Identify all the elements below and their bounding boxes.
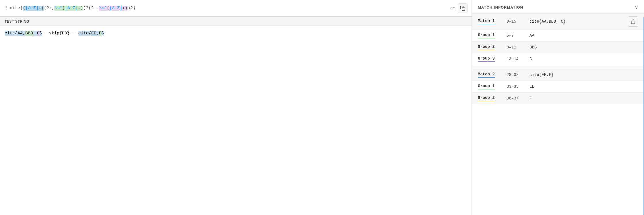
match1-value: cite{AA,BBB, C} [529,19,628,24]
group1a-label: Group 1 [478,33,507,38]
regex-group1: ([A-Z]+) [23,6,44,11]
dots2: ◦◦◦ [70,32,78,35]
match1-highlight: cite{AA,BBB, C} [5,31,42,36]
group2b-value: F [529,96,638,101]
group1b-highlight: EE [91,31,96,36]
table-row: Group 1 33–35 EE [472,81,644,93]
dots1: ◦◦ [42,32,49,35]
regex-bar: ⠿ cite{([A-Z]+)(?:,\s*([A-Z]+))?(?:,\s*(… [0,0,472,17]
svg-rect-0 [462,7,465,10]
collapse-icon[interactable]: ∨ [635,4,638,10]
match2-highlight: cite{EE,F} [78,31,104,36]
group2a-label: Group 2 [478,44,507,50]
group3a-highlight: C [37,31,40,36]
table-row: Group 2 36–37 F [472,93,644,104]
regex-plain-end: )?} [128,6,135,11]
separator [472,65,644,69]
regex-plain-cite: cite{ [10,6,23,11]
match-info-header: MATCH INFORMATION ∨ [472,0,644,13]
table-row: Group 2 8–11 BBB [472,42,644,53]
match1-label: Match 1 [478,19,507,24]
group1a-highlight: AA [18,31,23,36]
match2-label: Match 2 [478,72,507,78]
right-panel: MATCH INFORMATION ∨ Match 1 0–15 cite{AA… [472,0,644,215]
left-panel: ⠿ cite{([A-Z]+)(?:,\s*([A-Z]+))?(?:,\s*(… [0,0,472,215]
regex-plain-nc1: (?:, [44,6,54,11]
regex-plain-nc2: )?(?:, [83,6,99,11]
share-button[interactable] [628,16,638,27]
match2-value: cite{EE,F} [529,73,638,77]
table-row: Group 3 13–14 C [472,53,644,65]
group1a-range: 5–7 [507,33,529,38]
group1b-range: 33–35 [507,84,529,89]
match2-range: 28–38 [507,73,529,77]
group2a-value: BBB [529,45,638,50]
right-scrollbar-accent [643,17,644,215]
table-row: Group 1 5–7 AA [472,30,644,42]
test-string-label: TEST STRING [0,17,472,26]
copy-button[interactable] [458,3,468,13]
table-row: Match 2 28–38 cite{EE,F} [472,69,644,81]
group1b-label: Group 1 [478,84,507,89]
match-info-body: Match 1 0–15 cite{AA,BBB, C} Group 1 5–7… [472,13,644,215]
group2a-highlight: BBB [25,31,33,36]
group3a-range: 13–14 [507,57,529,61]
match1-range: 0–15 [507,19,529,24]
group2a-range: 8–11 [507,45,529,50]
match-info-title: MATCH INFORMATION [478,5,523,9]
group2b-label: Group 2 [478,95,507,101]
drag-handle[interactable]: ⠿ [4,5,7,11]
group1b-value: EE [529,84,638,89]
group1a-value: AA [529,33,638,38]
group2b-highlight: F [99,31,102,36]
table-row: Match 1 0–15 cite{AA,BBB, C} [472,13,644,30]
group3a-label: Group 3 [478,56,507,62]
flags-label: gm [450,6,455,10]
regex-group2: \s*([A-Z]+) [54,6,83,11]
group2b-range: 36–37 [507,96,529,101]
regex-group3: \s*([A-Z]+) [99,6,128,11]
regex-display[interactable]: cite{([A-Z]+)(?:,\s*([A-Z]+))?(?:,\s*([A… [10,6,446,11]
test-string-area[interactable]: cite{AA,BBB, C} ◦◦ skip{DD} ◦◦◦ cite{EE,… [0,26,472,215]
group3a-value: C [529,57,638,61]
